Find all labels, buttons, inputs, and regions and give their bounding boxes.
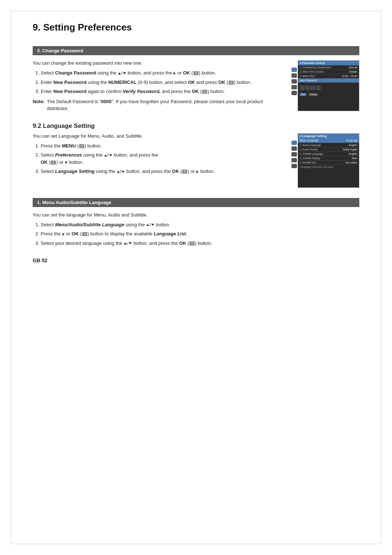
change-password-screenshot: 4 Parental Control 1. Cinema/Vip Classif…: [291, 60, 359, 112]
screen-row-2: 2. Allow Time Control Enable: [298, 70, 359, 74]
screen-row-3: 3. Allow Time 12:00 – 23:00: [298, 74, 359, 78]
screen-caption: Language selection (not sure): [298, 165, 359, 169]
screen-buttons: Yes Cancel: [298, 92, 359, 97]
language-screen: 4 Language Setting Menu Language English…: [298, 133, 359, 188]
parental-control-screen: 4 Parental Control 1. Cinema/Vip Classif…: [298, 60, 359, 111]
numpad-dot: ·: [300, 86, 304, 90]
screen-title: 4 Parental Control: [298, 61, 359, 65]
yes-button: Yes: [300, 93, 306, 96]
screen-title: 4 Language Setting: [298, 134, 359, 138]
screen-row-subtitle-lang: 3. Subtitle Language English: [298, 152, 359, 156]
numpad-dot: ·: [305, 86, 310, 90]
screen-numpad: · · · ·: [298, 84, 359, 92]
screen-row-audio-priority: 2. Audio Priority Dolby Digital: [298, 147, 359, 152]
screen-row-highlighted: New Password: [298, 78, 359, 83]
screen-row-1: 1. Cinema/Vip Classification View All: [298, 65, 359, 70]
screen-row-audio-lang: 1. Audio Language English: [298, 143, 359, 147]
screen-row-hl: Menu Language English ▶: [298, 138, 359, 143]
language-setting-screenshot: 4 Language Setting Menu Language English…: [291, 133, 359, 188]
screen-row-subtitle-font: 5. Subtitle font Use native: [298, 161, 359, 165]
screen-row-subtitle-display: 4. Subtitle Display Auto: [298, 156, 359, 161]
numpad-dot: ·: [311, 86, 315, 90]
cancel-button: Cancel: [309, 93, 318, 96]
numpad-dot: ·: [316, 86, 320, 90]
